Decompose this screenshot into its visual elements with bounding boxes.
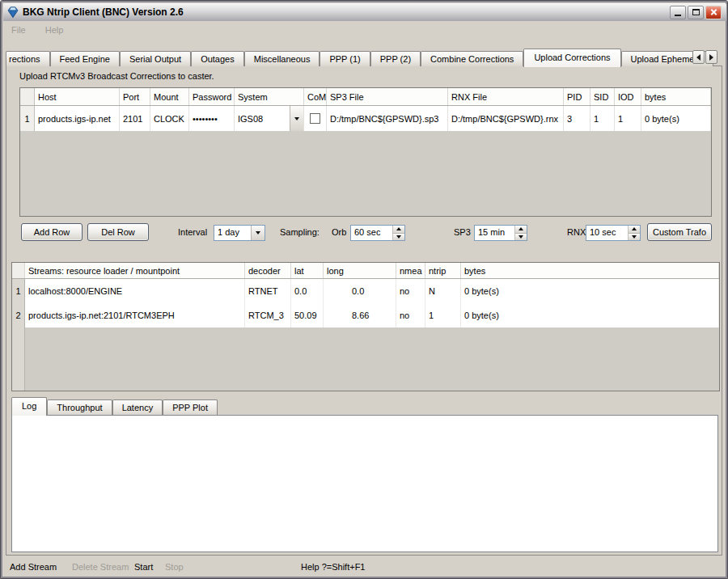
bytes-cell: 0 byte(s) bbox=[461, 303, 719, 328]
menu-help[interactable]: Help bbox=[45, 25, 64, 35]
start-button[interactable]: Start bbox=[134, 562, 153, 572]
tab-upload-corrections[interactable]: Upload Corrections bbox=[523, 49, 620, 67]
system-combo-value: IGS08 bbox=[235, 114, 290, 124]
upload-controls: Add Row Del Row Interval 1 day Sampling:… bbox=[6, 223, 723, 244]
sp3-spinner-value: 15 min bbox=[475, 226, 514, 240]
sp3-spin-up-button[interactable] bbox=[515, 226, 527, 234]
com-checkbox[interactable] bbox=[310, 113, 320, 124]
header-nmea: nmea bbox=[396, 263, 425, 278]
sp3-sampling-spinner[interactable]: 15 min bbox=[474, 225, 527, 241]
main-tabbar: rections Feed Engine Serial Output Outag… bbox=[6, 48, 713, 66]
tab-scroll-left-button[interactable] bbox=[692, 50, 705, 64]
orb-spin-up-button[interactable] bbox=[393, 226, 404, 234]
header-com: CoM bbox=[304, 88, 327, 105]
add-row-button[interactable]: Add Row bbox=[21, 223, 83, 241]
sp3-label: SP3 bbox=[454, 227, 471, 237]
password-cell[interactable]: •••••••• bbox=[189, 106, 235, 131]
tab-miscellaneous[interactable]: Miscellaneous bbox=[244, 51, 320, 66]
minimize-button[interactable] bbox=[670, 6, 686, 19]
header-pid: PID bbox=[564, 88, 590, 105]
header-ntrip: ntrip bbox=[425, 263, 461, 278]
header-lat: lat bbox=[291, 263, 324, 278]
header-password: Password bbox=[189, 88, 235, 105]
upload-table-empty-area bbox=[20, 132, 711, 216]
stream-row[interactable]: 2 products.igs-ip.net:2101/RTCM3EPH RTCM… bbox=[12, 303, 719, 328]
row-number-strip bbox=[12, 328, 25, 391]
row-number: 1 bbox=[12, 279, 25, 303]
tab-scroll-buttons bbox=[692, 50, 717, 64]
header-mount: Mount bbox=[150, 88, 189, 105]
rnx-file-cell[interactable]: D:/tmp/BNC${GPSWD}.rnx bbox=[448, 106, 564, 131]
bnc-app-icon bbox=[6, 6, 19, 19]
pid-cell[interactable]: 3 bbox=[564, 106, 590, 131]
orb-label: Orb bbox=[332, 227, 346, 237]
tab-outages[interactable]: Outages bbox=[191, 51, 244, 66]
rnx-label: RNX bbox=[567, 227, 586, 237]
add-stream-button[interactable]: Add Stream bbox=[10, 562, 57, 572]
stop-button: Stop bbox=[165, 562, 184, 572]
del-row-button[interactable]: Del Row bbox=[87, 223, 149, 241]
tab-combine-corrections[interactable]: Combine Corrections bbox=[421, 51, 523, 66]
output-tabbar: Log Throughput Latency PPP Plot bbox=[11, 397, 218, 415]
rnx-spin-up-button[interactable] bbox=[629, 226, 640, 234]
chevron-down-icon[interactable] bbox=[251, 226, 265, 240]
ntrip-cell: 1 bbox=[425, 303, 461, 328]
tab-corrections[interactable]: rections bbox=[6, 51, 50, 66]
mount-cell[interactable]: CLOCK bbox=[150, 106, 189, 131]
upload-row: 1 products.igs-ip.net 2101 CLOCK •••••••… bbox=[20, 106, 711, 132]
orb-spinner-value: 60 sec bbox=[351, 226, 392, 240]
tab-scroll-right-button[interactable] bbox=[705, 50, 717, 64]
menu-bar: File Help bbox=[3, 22, 726, 38]
chevron-down-icon[interactable] bbox=[290, 106, 303, 131]
tab-feed-engine[interactable]: Feed Engine bbox=[50, 51, 120, 66]
rnx-spin-down-button[interactable] bbox=[629, 234, 640, 241]
iod-cell[interactable]: 1 bbox=[615, 106, 641, 131]
sp3-spin-down-button[interactable] bbox=[515, 234, 527, 241]
menu-file[interactable]: File bbox=[11, 25, 26, 35]
tab-serial-output[interactable]: Serial Output bbox=[120, 51, 191, 66]
system-combo[interactable]: IGS08 bbox=[235, 106, 304, 131]
lat-cell: 0.0 bbox=[291, 279, 324, 303]
sp3-file-cell[interactable]: D:/tmp/BNC${GPSWD}.sp3 bbox=[327, 106, 448, 131]
nmea-cell: no bbox=[396, 279, 425, 303]
port-cell[interactable]: 2101 bbox=[120, 106, 150, 131]
tab-latency[interactable]: Latency bbox=[112, 399, 163, 415]
title-bar[interactable]: BKG Ntrip Client (BNC) Version 2.6 bbox=[3, 3, 726, 21]
host-cell[interactable]: products.igs-ip.net bbox=[35, 106, 120, 131]
sampling-label: Sampling: bbox=[280, 227, 320, 237]
tab-throughput[interactable]: Throughput bbox=[47, 399, 112, 415]
upload-table: Host Port Mount Password System CoM SP3 … bbox=[19, 87, 712, 217]
orb-sampling-spinner[interactable]: 60 sec bbox=[350, 225, 405, 241]
window-title: BKG Ntrip Client (BNC) Version 2.6 bbox=[23, 6, 670, 18]
rnx-spinner-value: 10 sec bbox=[586, 226, 628, 240]
orb-spin-down-button[interactable] bbox=[393, 234, 404, 241]
delete-stream-button: Delete Stream bbox=[72, 562, 129, 572]
maximize-button[interactable] bbox=[688, 6, 704, 19]
tab-ppp-plot[interactable]: PPP Plot bbox=[163, 399, 218, 415]
mountpoint-cell: localhost:8000/ENGINE bbox=[25, 279, 245, 303]
row-number: 2 bbox=[12, 303, 25, 328]
custom-trafo-button[interactable]: Custom Trafo bbox=[647, 223, 712, 241]
arrow-right-icon bbox=[709, 54, 713, 61]
decoder-cell: RTCM_3 bbox=[245, 303, 291, 328]
nmea-cell: no bbox=[396, 303, 425, 328]
sid-cell[interactable]: 1 bbox=[590, 106, 615, 131]
header-decoder: decoder bbox=[245, 263, 291, 278]
tab-log[interactable]: Log bbox=[11, 397, 47, 416]
tab-ppp-2[interactable]: PPP (2) bbox=[370, 51, 421, 66]
header-bytes: bytes bbox=[641, 88, 711, 105]
bottom-action-bar: Add Stream Delete Stream Start Stop Help… bbox=[3, 560, 726, 577]
decoder-cell: RTNET bbox=[245, 279, 291, 303]
close-button[interactable] bbox=[705, 6, 722, 19]
interval-combo-value: 1 day bbox=[214, 226, 251, 240]
log-output bbox=[11, 415, 718, 552]
interval-combo[interactable]: 1 day bbox=[214, 225, 265, 241]
row-number-header bbox=[12, 263, 25, 278]
lat-cell: 50.09 bbox=[291, 303, 324, 328]
stream-row[interactable]: 1 localhost:8000/ENGINE RTNET 0.0 0.0 no… bbox=[12, 279, 719, 303]
long-cell: 8.66 bbox=[324, 303, 396, 328]
bnc-main-window: BKG Ntrip Client (BNC) Version 2.6 File … bbox=[0, 0, 728, 579]
ntrip-cell: N bbox=[425, 279, 461, 303]
tab-ppp-1[interactable]: PPP (1) bbox=[320, 51, 370, 66]
rnx-sampling-spinner[interactable]: 10 sec bbox=[586, 225, 641, 241]
